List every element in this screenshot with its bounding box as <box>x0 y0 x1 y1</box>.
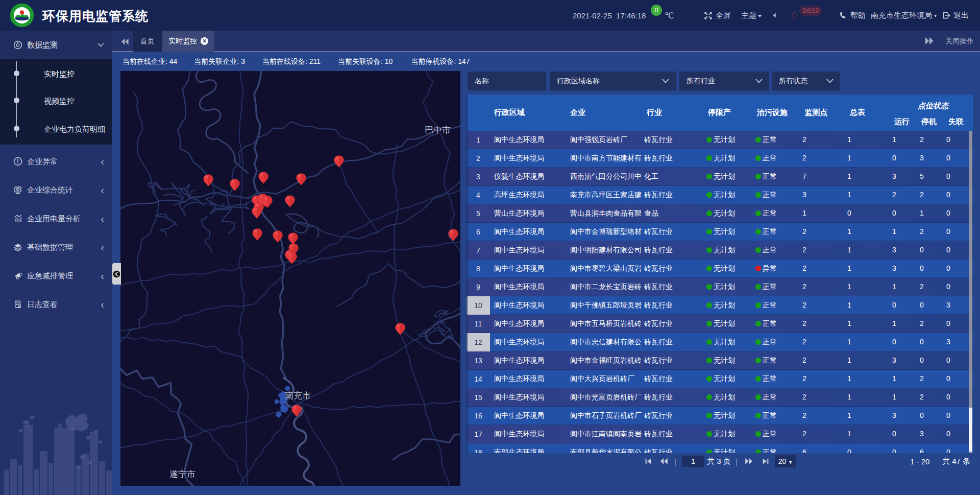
svg-text:遂宁市: 遂宁市 <box>169 469 195 479</box>
svg-text:巴中市: 巴中市 <box>425 125 451 135</box>
svg-text:南充市: 南充市 <box>285 391 311 400</box>
